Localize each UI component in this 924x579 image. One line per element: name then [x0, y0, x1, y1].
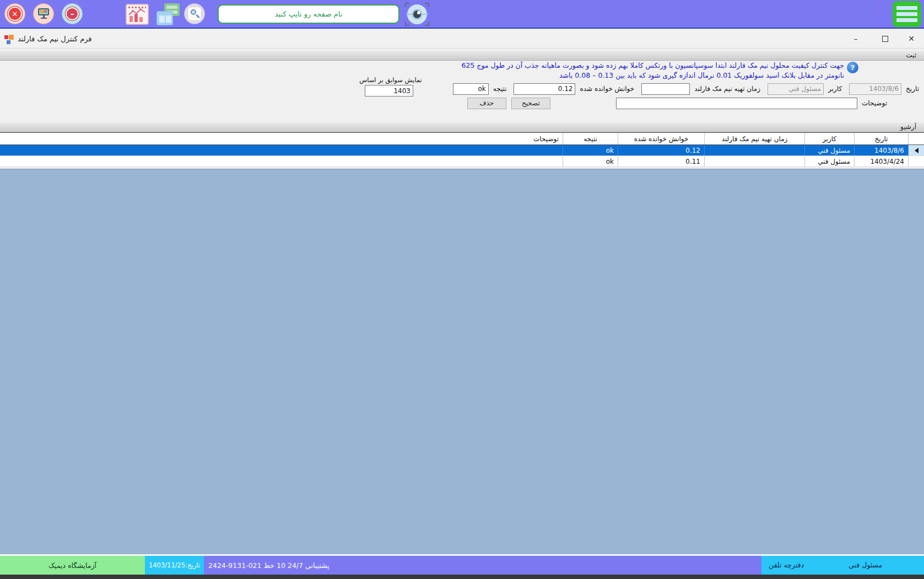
- cell-prep-time[interactable]: [704, 156, 804, 167]
- cell-prep-time[interactable]: [704, 145, 804, 156]
- cell-reading[interactable]: 0.11: [618, 156, 704, 167]
- maximize-icon: [882, 36, 888, 42]
- result-label: نتیجه: [493, 85, 507, 93]
- close-icon: ✕: [8, 7, 22, 21]
- col-reading[interactable]: خوانش خوانده شده: [618, 133, 704, 144]
- statusbar-date: تاریخ:1403/11/25: [145, 556, 204, 575]
- prep-time-label: زمان تهیه نیم مک فارلند: [694, 85, 760, 93]
- desktop-button[interactable]: [33, 3, 54, 24]
- archive-table-header: توضیحات نتیجه خوانش خوانده شده زمان تهیه…: [0, 133, 924, 145]
- cell-result[interactable]: ok: [563, 145, 618, 156]
- help-text-line2: نانومتر در مقابل بلانک اسید سولفوریک 0.0…: [238, 71, 844, 79]
- minimize-app-button[interactable]: –: [62, 3, 83, 24]
- window-maximize-button[interactable]: [877, 32, 893, 45]
- statusbar: آزمایشگاه دیمیک تاریخ:1403/11/25 پشتیبان…: [0, 556, 924, 575]
- app-window: ✕ –: [0, 0, 924, 579]
- cell-reading[interactable]: 0.12: [618, 145, 704, 156]
- phonebook-link[interactable]: دفترچه تلفن: [769, 561, 804, 569]
- col-row-selector: [908, 133, 924, 144]
- hamburger-icon: [896, 6, 917, 10]
- cell-comments[interactable]: [0, 145, 563, 156]
- register-form-row1: تاریخ کاربر زمان تهیه نیم مک فارلند خوان…: [453, 83, 919, 95]
- register-section-header: ثبت: [0, 51, 924, 61]
- top-toolbar: ✕ –: [0, 0, 924, 28]
- tech-manager-label: مسئول فنی: [849, 561, 882, 569]
- monitor-icon: [37, 8, 50, 19]
- windows-tiles-button[interactable]: [155, 3, 181, 26]
- window-minimize-button[interactable]: –: [847, 32, 864, 45]
- row-selector-arrow-icon: [915, 148, 918, 153]
- register-form-row2: توضیحات تصحیح حذف: [467, 97, 887, 109]
- cell-comments[interactable]: [0, 156, 563, 167]
- history-year-field[interactable]: [365, 85, 413, 96]
- cell-user[interactable]: مسئول فني: [804, 156, 854, 167]
- col-prep-time[interactable]: زمان تهیه نیم مک فارلند: [704, 133, 804, 144]
- blue-tile-icon: [156, 11, 173, 25]
- comments-label: توضیحات: [862, 99, 887, 107]
- cell-date[interactable]: 1403/4/24: [854, 156, 908, 167]
- page-search-input[interactable]: [218, 4, 399, 24]
- comments-field[interactable]: [616, 98, 857, 109]
- window-title: فرم کنترل نیم مک فارلند: [18, 35, 92, 43]
- chart-line-icon: [128, 8, 148, 17]
- search-tool-button[interactable]: [184, 3, 205, 24]
- reading-field[interactable]: [514, 83, 575, 95]
- archive-section-header: آرشیو: [0, 122, 924, 132]
- correct-button[interactable]: تصحیح: [511, 98, 550, 109]
- col-result[interactable]: نتیجه: [563, 133, 618, 144]
- magnifier-icon: [187, 7, 202, 21]
- col-date[interactable]: تاریخ: [854, 133, 908, 144]
- col-user[interactable]: کاربر: [804, 133, 854, 144]
- bottom-edge-strip: [0, 575, 924, 579]
- lab-name-badge: آزمایشگاه دیمیک: [0, 556, 145, 575]
- minus-icon: –: [66, 7, 79, 20]
- window-titlebar: فرم کنترل نیم مک فارلند: [0, 28, 924, 49]
- result-field[interactable]: [453, 83, 489, 95]
- form-icon: [4, 35, 14, 45]
- user-field: [768, 83, 824, 95]
- date-field: [849, 83, 901, 95]
- eye-scan-button[interactable]: [405, 3, 429, 26]
- eye-icon: [407, 4, 427, 24]
- menu-button[interactable]: [893, 1, 921, 27]
- close-app-button[interactable]: ✕: [4, 3, 25, 24]
- user-label: کاربر: [828, 85, 842, 93]
- date-label: تاریخ: [906, 85, 919, 93]
- delete-button[interactable]: حذف: [467, 98, 506, 109]
- reading-label: خوانش خوانده شده: [580, 85, 634, 93]
- table-row[interactable]: ok 0.11 مسئول فني 1403/4/24: [0, 156, 924, 167]
- help-icon[interactable]: ?: [847, 62, 858, 73]
- support-phone-text: پشتیبانی 24/7 10 خط 021-9131-2424: [208, 556, 329, 575]
- chart-button[interactable]: [126, 4, 149, 25]
- cell-user[interactable]: مسئول فني: [804, 145, 854, 156]
- form-background-panel: [0, 169, 924, 554]
- statusbar-right-panel: دفترچه تلفن مسئول فنی: [761, 556, 924, 575]
- row-selector-cell[interactable]: [908, 145, 924, 156]
- table-row[interactable]: ok 0.12 مسئول فني 1403/8/6: [0, 145, 924, 156]
- archive-table: توضیحات نتیجه خوانش خوانده شده زمان تهیه…: [0, 132, 924, 167]
- prep-time-field[interactable]: [641, 83, 690, 95]
- col-comments[interactable]: توضیحات: [0, 133, 563, 144]
- cell-date[interactable]: 1403/8/6: [854, 145, 908, 156]
- cell-result[interactable]: ok: [563, 156, 618, 167]
- row-selector-cell[interactable]: [908, 156, 924, 167]
- window-close-button[interactable]: ✕: [903, 32, 920, 45]
- help-text-line1: جهت کنترل کیفیت محلول نیم مک فارلند ابتد…: [238, 61, 844, 69]
